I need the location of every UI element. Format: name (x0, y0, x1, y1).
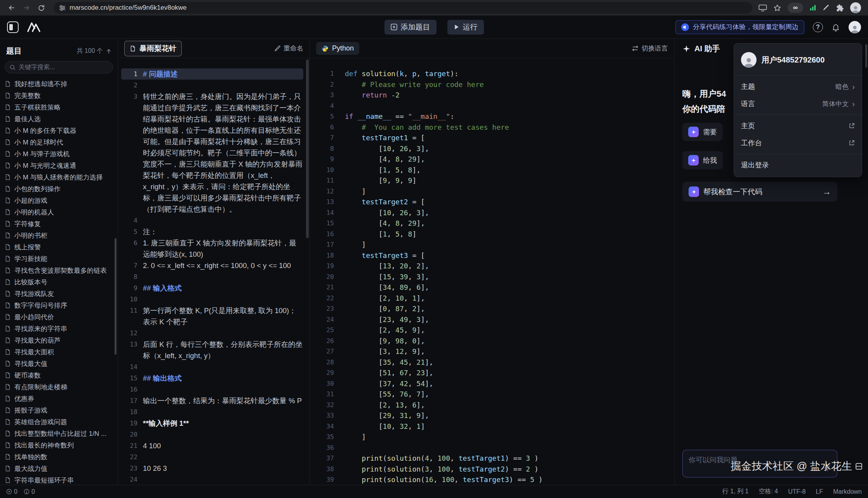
problem-list-item[interactable]: 找出整型数组中占比超过 1/N ... (0, 428, 118, 439)
problem-line[interactable]: 5注： (121, 226, 303, 237)
search-input[interactable]: 关键字搜索... (5, 61, 113, 73)
problem-list-item[interactable]: 硬币凑数 (0, 369, 118, 381)
problem-list-item[interactable]: 我好想逃却逃不掉 (0, 78, 118, 90)
problem-list-item[interactable]: 小明的书柜 (0, 230, 118, 241)
problem-list-item[interactable]: 最大战力值 (0, 463, 118, 474)
sidebar-toggle-icon[interactable] (7, 21, 19, 33)
user-avatar[interactable] (849, 21, 861, 33)
problem-list-item[interactable]: 最佳人选 (0, 113, 118, 125)
switch-language-button[interactable]: 切换语言 (631, 44, 668, 53)
problem-list-item[interactable]: 学习新技能 (0, 253, 118, 265)
code-line[interactable]: 4 (310, 101, 674, 111)
code-line[interactable]: 5if __name__ == "__main__": (310, 111, 674, 122)
problem-line[interactable]: 20 (121, 429, 303, 440)
problem-list-item[interactable]: 小 M 与光明之魂速通 (0, 160, 118, 171)
problem-list-item[interactable]: 小 M 的多任务下载器 (0, 125, 118, 136)
code-line[interactable]: 15 [4, 8, 29], (310, 218, 674, 229)
code-line[interactable]: 36 (310, 442, 674, 453)
problem-list-item[interactable]: 寻找原来的字符串 (0, 323, 118, 334)
pen-extension-icon[interactable] (823, 4, 830, 11)
problem-list-item[interactable]: 寻找游戏队友 (0, 288, 118, 299)
problem-list-item[interactable]: 寻找最大的葫芦 (0, 334, 118, 346)
problem-line[interactable]: 16 (121, 384, 303, 395)
problem-line[interactable]: 8 (121, 271, 303, 282)
infinity-extension-icon[interactable]: ∞ (788, 3, 803, 13)
problem-list-item[interactable]: 五子棋获胜策略 (0, 101, 118, 113)
collapse-up-icon[interactable] (106, 49, 111, 54)
code-line[interactable]: 26 [9, 98, 0], (310, 336, 674, 347)
add-problem-button[interactable]: 添加题目 (384, 20, 437, 35)
language-tab[interactable]: Python (316, 42, 359, 55)
ai-scrollbar[interactable] (865, 44, 867, 68)
code-line[interactable]: 1def solution(k, p, target): (310, 68, 674, 79)
problem-list-item[interactable]: 摇骰子游戏 (0, 404, 118, 416)
run-button[interactable]: 运行 (447, 20, 484, 35)
problem-list-item[interactable]: 英雄组合游戏问题 (0, 416, 118, 428)
problem-line[interactable]: 214 100 (121, 440, 303, 451)
code-line[interactable]: 28 [35, 45, 21], (310, 357, 674, 368)
ai-suggestion-button-1[interactable]: 需要 (682, 123, 723, 141)
problem-list-item[interactable]: 小 M 与弹子游戏机 (0, 148, 118, 160)
code-line[interactable]: 19 [13, 20, 2], (310, 261, 674, 272)
code-line[interactable]: 29 [51, 67, 23], (310, 367, 674, 378)
extensions-icon[interactable] (836, 4, 844, 12)
problem-line[interactable]: 17输出一个整数，结果为：暴雨梨花针最少数量 % P (121, 395, 303, 406)
problem-list-item[interactable]: 寻找最大值 (0, 358, 118, 369)
code-line[interactable]: 23 [0, 87, 2], (310, 303, 674, 314)
url-bar[interactable]: marscode.cn/practice/5w9n6k1ev8okwe (54, 2, 752, 14)
problem-list-item[interactable]: 字符串最短循环子串 (0, 474, 118, 485)
problem-list-item[interactable]: 比较版本号 (0, 276, 118, 288)
problem-list-item[interactable]: 小包的数列操作 (0, 183, 118, 195)
code-line[interactable]: 34 [10, 32, 1] (310, 421, 674, 432)
code-line[interactable]: 27 [3, 12, 9], (310, 346, 674, 357)
code-line[interactable]: 32 [2, 13, 6], (310, 400, 674, 411)
problem-list-item[interactable]: 找出最长的神奇数列 (0, 439, 118, 451)
code-line[interactable]: 6 # You can add more test cases here (310, 122, 674, 133)
problem-line[interactable]: 2 (121, 80, 303, 91)
code-line[interactable]: 31 [55, 76, 7], (310, 389, 674, 400)
refresh-button[interactable] (35, 2, 47, 14)
problem-list-item[interactable]: 小超的游戏 (0, 195, 118, 206)
code-line[interactable]: 30 [37, 42, 54], (310, 378, 674, 389)
problem-list-item[interactable]: 寻找最大面积 (0, 346, 118, 358)
code-line[interactable]: 22 [2, 10, 1], (310, 293, 674, 304)
problem-list-item[interactable]: 最小趋同代价 (0, 311, 118, 323)
browser-profile-icon[interactable] (850, 2, 861, 13)
problem-scrollbar[interactable] (306, 59, 309, 238)
code-line[interactable]: 9 [4, 8, 29], (310, 154, 674, 165)
code-line[interactable]: 20 [15, 39, 3], (310, 272, 674, 282)
menu-item-workspace[interactable]: 工作台 (734, 134, 862, 151)
problem-list-item[interactable]: 小明的机器人 (0, 206, 118, 218)
rename-button[interactable]: 重命名 (275, 44, 303, 53)
meter-extension-icon[interactable] (809, 4, 816, 11)
problem-list-item[interactable]: 找单独的数 (0, 451, 118, 463)
problem-line[interactable]: 15## 输出格式 (121, 373, 303, 384)
bookmark-star-icon[interactable] (773, 4, 781, 12)
problem-list-item[interactable]: 数字字母问号排序 (0, 299, 118, 311)
problem-list-item[interactable]: 有点限制地走楼梯 (0, 381, 118, 393)
sidebar-scrollbar[interactable] (115, 238, 117, 355)
problem-line[interactable]: 72. 0 <= x_left <= x_right <= 1000, 0 < … (121, 260, 303, 271)
share-banner[interactable]: 分享代码练习体验，领限量定制周边 (675, 20, 804, 34)
problem-line[interactable]: 4 (121, 215, 303, 226)
code-line[interactable]: 37 print(solution(4, 100, testTarget1) =… (310, 453, 674, 464)
ai-suggestion-button-2[interactable]: 给我 (682, 151, 723, 169)
menu-item-language[interactable]: 语言 简体中文› (734, 95, 862, 112)
code-line[interactable]: 39 print(solution(16, 100, testTarget3) … (310, 474, 674, 485)
problem-list-item[interactable]: 小 M 的足球时代 (0, 136, 118, 148)
marscode-logo[interactable] (26, 22, 41, 33)
problem-line[interactable]: 3转世之前的唐三，身处唐门。因为是外门弟子，只能通过自学提升武艺，唐三在藏书阁找… (121, 91, 303, 215)
problem-line[interactable]: 13后面 K 行，每行三个整数，分别表示靶子所在的坐标（x_left, x_ri… (121, 339, 303, 361)
problem-line[interactable]: 18 (121, 406, 303, 418)
code-line[interactable]: 10 [1, 5, 8], (310, 165, 674, 176)
problem-tab[interactable]: 暴雨梨花针 (124, 41, 182, 56)
menu-item-logout[interactable]: 退出登录 (734, 157, 862, 174)
problem-line[interactable]: 2310 26 3 (121, 463, 303, 474)
code-line[interactable]: 38 print(solution(3, 100, testTarget2) =… (310, 464, 674, 475)
forward-button[interactable] (20, 2, 33, 14)
menu-item-theme[interactable]: 主题 暗色› (734, 78, 862, 95)
problem-line[interactable]: 1# 问题描述 (121, 68, 303, 80)
menu-item-home[interactable]: 主页 (734, 117, 862, 134)
code-line[interactable]: 12 ] (310, 186, 674, 197)
code-line[interactable]: 21 [34, 89, 6], (310, 282, 674, 293)
